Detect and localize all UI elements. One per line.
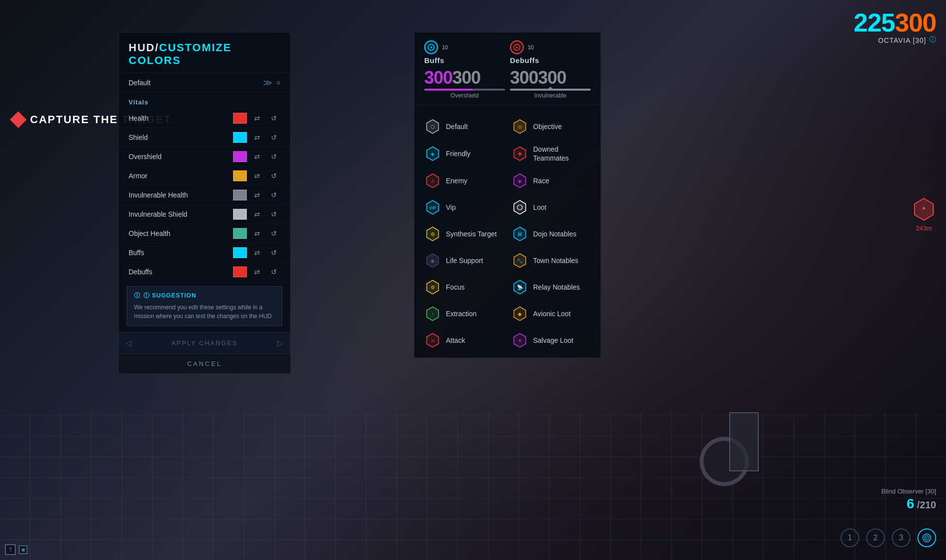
health-reset-btn[interactable]: ↺ (268, 113, 280, 124)
overshield-randomize-btn[interactable]: ⇄ (251, 151, 264, 162)
invulnerable-shield-randomize-btn[interactable]: ⇄ (251, 209, 264, 220)
armor-reset-btn[interactable]: ↺ (268, 170, 280, 181)
color-row-health[interactable]: Health ⇄ ↺ (119, 109, 290, 128)
debuffs-reset-btn[interactable]: ↺ (268, 266, 280, 277)
objective-hex-svg: ◎ (512, 119, 528, 134)
compass-indicator: ✦ 243m (912, 197, 936, 232)
ability-4-icon[interactable] (917, 528, 936, 547)
svg-text:⚙: ⚙ (431, 285, 435, 290)
svg-text:📡: 📡 (517, 284, 523, 291)
color-item-synthesis-target: ⚙ Synthesis Target (420, 221, 507, 247)
color-row-armor[interactable]: Armor ⇄ ↺ (119, 166, 290, 186)
apply-changes-button[interactable]: ◁ APPLY CHANGES ▷ (119, 332, 290, 354)
ability-1-icon[interactable]: 1 (841, 528, 859, 547)
color-item-race: ◈ Race (507, 167, 595, 194)
color-item-relay-notables: 📡 Relay Notables (507, 274, 595, 300)
color-row-invulnerable-shield[interactable]: Invulnerable Shield ⇄ ↺ (119, 205, 290, 224)
invulnerable-health-reset-btn[interactable]: ↺ (268, 190, 280, 200)
town-notables-hex-svg: 🐾 (512, 253, 528, 268)
compass-distance: 243m (912, 225, 936, 232)
buffs-reset-btn[interactable]: ↺ (268, 247, 280, 258)
salvage-loot-label: Salvage Loot (533, 336, 574, 345)
attack-hex-icon: ⚔ (424, 332, 441, 349)
enemy-hex-svg: ⚠ (425, 173, 440, 189)
shield-randomize-btn[interactable]: ⇄ (251, 132, 264, 143)
color-reference-panel: ✦ 10 Buffs ✦ 10 Debuffs (414, 32, 601, 358)
synthesis-target-label: Synthesis Target (446, 230, 497, 238)
color-item-downed-teammates: ✚ DownedTeammates (507, 140, 595, 167)
invulnerable-shield-swatch[interactable] (233, 209, 247, 220)
apply-left-arrow-icon: ◁ (126, 338, 132, 348)
avionic-loot-hex-svg: ◆ (512, 306, 528, 322)
extraction-hex-icon: ↑ (424, 305, 441, 322)
health-color-swatch[interactable] (233, 113, 247, 124)
debuffs-swatch[interactable] (233, 266, 247, 277)
invulnerable-health-randomize-btn[interactable]: ⇄ (251, 190, 264, 200)
vitals-section-label: Vitals (119, 93, 290, 109)
color-item-default: ⬡ Default (420, 113, 507, 140)
color-row-debuffs[interactable]: Debuffs ⇄ ↺ (119, 263, 290, 280)
debuffs-randomize-btn[interactable]: ⇄ (251, 266, 264, 277)
buffs-counter-row: ✦ 10 (424, 40, 505, 54)
color-item-extraction: ↑ Extraction (420, 300, 507, 327)
invulnerable-health-swatch[interactable] (233, 190, 247, 200)
color-row-shield[interactable]: Shield ⇄ ↺ (119, 128, 290, 147)
armor-randomize-btn[interactable]: ⇄ (251, 170, 264, 181)
svg-text:⚙: ⚙ (431, 231, 435, 237)
debuffs-count: 10 (528, 44, 534, 50)
health-randomize-btn[interactable]: ⇄ (251, 113, 264, 124)
svg-text:◆: ◆ (518, 311, 522, 317)
overshield-color-swatch[interactable] (233, 151, 247, 162)
buffs-count: 10 (442, 44, 448, 50)
invulnerable-display: 300300 Invulnerable (510, 69, 591, 99)
info-icon: ⓘ (929, 35, 936, 44)
hud-panel-scroll[interactable]: Default ≫ ≡ Vitals Health ⇄ ↺ Shield ⇄ ↺ (119, 73, 290, 280)
invulnerable-shield-reset-btn[interactable]: ↺ (268, 209, 280, 220)
apply-right-arrow-icon: ▷ (277, 338, 283, 348)
vip-hex-svg: VIP (425, 199, 440, 215)
town-notables-hex-icon: 🐾 (511, 252, 528, 269)
color-row-debuffs-label: Debuffs (129, 268, 233, 276)
color-item-loot: Loot (507, 194, 595, 221)
compass-hex-svg: ✦ (912, 197, 936, 222)
loot-hex-svg (512, 199, 528, 215)
color-row-overshield[interactable]: Overshield ⇄ ↺ (119, 147, 290, 166)
default-hex-svg: ⬡ (425, 119, 440, 134)
suggestion-info-icon: ⓘ (134, 292, 140, 300)
object-health-reset-btn[interactable]: ↺ (268, 228, 280, 239)
color-row-buffs-label: Buffs (129, 249, 233, 257)
object-health-randomize-btn[interactable]: ⇄ (251, 228, 264, 239)
buffs-randomize-btn[interactable]: ⇄ (251, 247, 264, 258)
color-item-objective: ◎ Objective (507, 113, 595, 140)
overshield-display: 300300 Overshield (424, 69, 505, 99)
armor-color-swatch[interactable] (233, 170, 247, 181)
color-row-default[interactable]: Default ≫ ≡ (119, 73, 290, 93)
color-row-object-health[interactable]: Object Health ⇄ ↺ (119, 224, 290, 243)
color-row-invulnerable-health[interactable]: Invulnerable Health ⇄ ↺ (119, 186, 290, 205)
object-health-swatch[interactable] (233, 228, 247, 239)
svg-marker-18 (514, 200, 526, 214)
score-row: 225300 (853, 10, 936, 35)
cancel-button[interactable]: CANCEL (119, 354, 290, 373)
buffs-swatch[interactable] (233, 247, 247, 258)
invulnerable-arrow-icon (547, 87, 553, 90)
buffs-icon: ✦ (424, 40, 438, 54)
svg-text:✦: ✦ (921, 204, 927, 212)
color-row-buffs[interactable]: Buffs ⇄ ↺ (119, 243, 290, 263)
hud-panel-title: HUD/CUSTOMIZE COLORS (119, 33, 290, 73)
color-row-overshield-label: Overshield (129, 153, 233, 161)
overshield-reset-btn[interactable]: ↺ (268, 151, 280, 162)
friendly-hex-icon: ◈ (424, 145, 441, 162)
ability-2-icon[interactable]: 2 (866, 528, 885, 547)
shield-color-swatch[interactable] (233, 132, 247, 143)
color-row-armor-label: Armor (129, 172, 233, 180)
overshield-sublabel: Overshield (424, 92, 505, 99)
debuffs-svg-icon: ✦ (513, 43, 521, 51)
ability-3-icon[interactable]: 3 (892, 528, 911, 547)
ammo-total: 210 (920, 499, 936, 510)
cancel-btn-label: CANCEL (187, 360, 222, 367)
svg-text:↑: ↑ (432, 311, 434, 317)
salvage-loot-hex-svg: ✦ (512, 332, 528, 348)
extraction-hex-svg: ↑ (425, 306, 440, 322)
shield-reset-btn[interactable]: ↺ (268, 132, 280, 143)
